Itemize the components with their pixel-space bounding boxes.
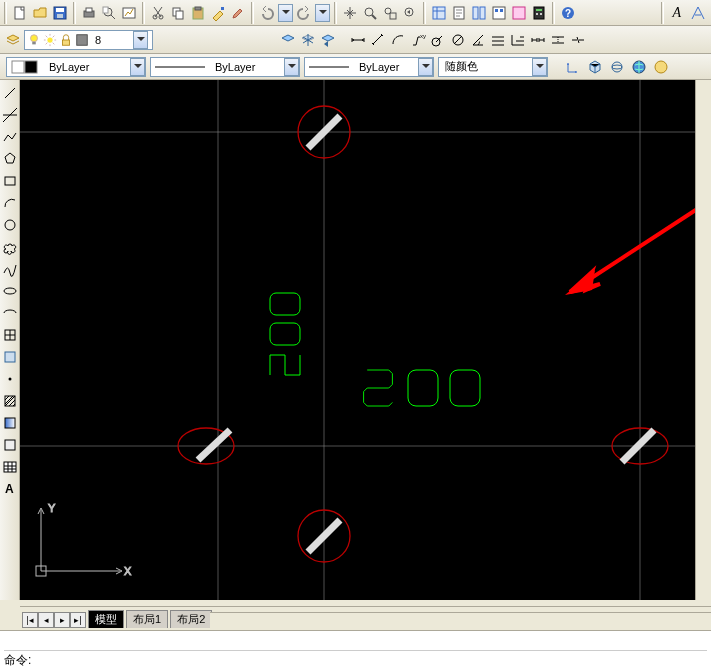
tab-layout2[interactable]: 布局2 [170,610,212,628]
tab-layout1[interactable]: 布局1 [126,610,168,628]
ellipse-icon[interactable] [1,282,19,300]
sheet-icon[interactable] [450,4,468,22]
layer-iso-icon[interactable] [279,31,297,49]
redo-icon[interactable] [295,4,313,22]
drawing-canvas[interactable]: 500 500 [20,80,711,600]
zoom-win-icon[interactable] [381,4,399,22]
svg-rect-71 [408,370,438,406]
line-icon[interactable] [1,84,19,102]
pan-icon[interactable] [341,4,359,22]
plotstyle-dd[interactable] [532,58,547,76]
redo-dropdown[interactable] [315,4,330,22]
sun-icon [43,33,57,47]
preview-icon[interactable] [100,4,118,22]
dim-space-icon[interactable] [549,31,567,49]
mtext-icon[interactable]: A [1,480,19,498]
spline-icon[interactable] [1,260,19,278]
lineweight-dd[interactable] [418,58,433,76]
revcloud-icon[interactable] [1,238,19,256]
command-line[interactable]: 命令: [0,630,711,670]
sep [661,2,664,24]
tab-prev-icon[interactable]: ◂ [38,612,54,628]
plotstyle-combo[interactable]: 随颜色 [438,57,548,77]
calc-icon[interactable] [530,4,548,22]
arc-icon[interactable] [1,194,19,212]
circle-icon[interactable] [1,216,19,234]
svg-rect-14 [195,7,201,10]
tab-next-icon[interactable]: ▸ [54,612,70,628]
viewcube-icon[interactable] [586,58,604,76]
plot-icon[interactable] [120,4,138,22]
tab-model[interactable]: 模型 [88,610,124,628]
hatch-icon[interactable] [1,392,19,410]
sep [142,2,145,24]
color-combo[interactable]: ByLayer [6,57,146,77]
dim-radius-icon[interactable] [429,31,447,49]
ellipse-arc-icon[interactable] [1,304,19,322]
rect-icon[interactable] [1,172,19,190]
svg-point-16 [365,8,373,16]
block-icon[interactable] [1,348,19,366]
svg-point-36 [47,37,52,42]
insert-icon[interactable] [1,326,19,344]
svg-rect-18 [390,13,396,19]
lineweight-combo[interactable]: ByLayer [304,57,434,77]
sep [334,2,337,24]
xline-icon[interactable] [1,106,19,124]
visual-icon[interactable] [652,58,670,76]
help-icon[interactable]: ? [559,4,577,22]
world-icon[interactable] [630,58,648,76]
properties-icon[interactable] [430,4,448,22]
dim-baseline-icon[interactable] [509,31,527,49]
dim-ordinate-icon[interactable]: xy [409,31,427,49]
layer-dd-arrow[interactable] [133,31,148,49]
zoom-rt-icon[interactable] [361,4,379,22]
copy-icon[interactable] [169,4,187,22]
dim-linear-icon[interactable] [349,31,367,49]
canvas-hscroll[interactable] [210,612,711,628]
canvas-svg: 500 500 [20,80,711,600]
dcenter-icon[interactable] [490,4,508,22]
layer-freeze-icon[interactable] [299,31,317,49]
linetype-combo[interactable]: ByLayer [150,57,300,77]
dim-break-icon[interactable] [569,31,587,49]
anno-icon[interactable] [687,4,709,22]
brush-icon[interactable] [229,4,247,22]
polygon-icon[interactable] [1,150,19,168]
dim-continue-icon[interactable] [529,31,547,49]
markup-icon[interactable] [510,4,528,22]
3dorbit-icon[interactable] [608,58,626,76]
undo-dropdown[interactable] [278,4,293,22]
matchprop-icon[interactable] [209,4,227,22]
layer-dropdown[interactable]: 8 [24,30,153,50]
layer-prev-icon[interactable] [319,31,337,49]
text-style-icon[interactable]: A [668,4,685,22]
sep [552,2,555,24]
toolpal-icon[interactable] [470,4,488,22]
point-icon[interactable] [1,370,19,388]
dim-quick-icon[interactable] [489,31,507,49]
dim-arc-icon[interactable] [389,31,407,49]
layer-manager-icon[interactable] [4,31,22,49]
linetype-dd[interactable] [284,58,299,76]
color-dd[interactable] [130,58,145,76]
undo-icon[interactable] [258,4,276,22]
zoom-prev-icon[interactable] [401,4,419,22]
cut-icon[interactable] [149,4,167,22]
dim-diameter-icon[interactable] [449,31,467,49]
canvas-vscroll[interactable] [695,80,711,600]
paste-icon[interactable] [189,4,207,22]
new-icon[interactable] [11,4,29,22]
tab-first-icon[interactable]: |◂ [22,612,38,628]
pline-icon[interactable] [1,128,19,146]
ucs-icon[interactable] [564,58,582,76]
print-icon[interactable] [80,4,98,22]
tab-last-icon[interactable]: ▸| [70,612,86,628]
dim-angular-icon[interactable] [469,31,487,49]
save-icon[interactable] [51,4,69,22]
open-icon[interactable] [31,4,49,22]
dim-aligned-icon[interactable] [369,31,387,49]
region-icon[interactable] [1,436,19,454]
table-icon[interactable] [1,458,19,476]
gradient-icon[interactable] [1,414,19,432]
